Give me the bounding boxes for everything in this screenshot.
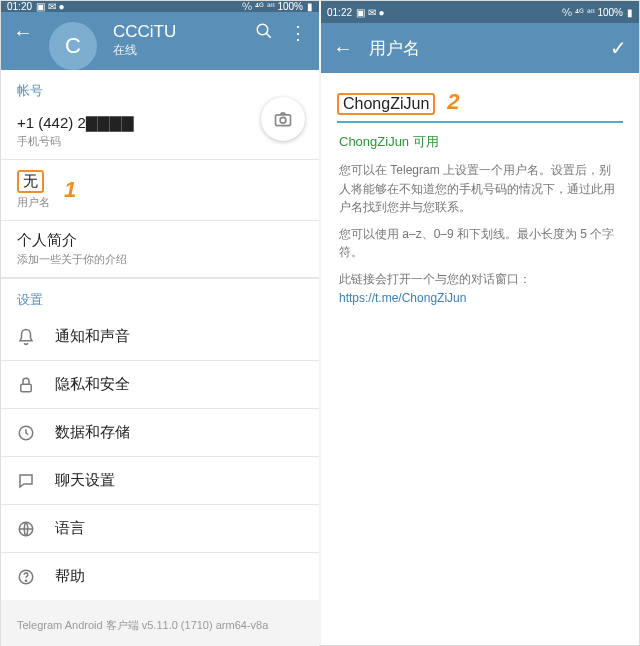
page-title: 用户名 [369, 37, 420, 60]
battery-icon: ▮ [627, 7, 633, 18]
row-bio[interactable]: 个人简介 添加一些关于你的介绍 [1, 221, 319, 277]
search-icon[interactable] [255, 22, 273, 40]
item-notifications[interactable]: 通知和声音 [1, 313, 319, 361]
lock-icon [17, 376, 37, 394]
back-icon[interactable]: ← [333, 38, 353, 58]
version-footer: Telegram Android 客户端 v5.11.0 (1710) arm6… [1, 600, 319, 646]
screen-settings: 01:20▣ ✉ ● ⁰⁄₀ ⁴ᴳ ᵃˡˡ 100%▮ ← C CCCiTU 在… [1, 1, 319, 645]
more-icon[interactable]: ⋮ [289, 22, 307, 44]
row-username[interactable]: 无 用户名 1 [1, 160, 319, 221]
status-icons-right: ⁰⁄₀ ⁴ᴳ ᵃˡˡ 100% [562, 7, 623, 18]
confirm-icon[interactable]: ✓ [610, 36, 627, 60]
item-data[interactable]: 数据和存储 [1, 409, 319, 457]
avatar[interactable]: C [49, 22, 97, 70]
status-bar: 01:20▣ ✉ ● ⁰⁄₀ ⁴ᴳ ᵃˡˡ 100%▮ [1, 1, 319, 12]
svg-rect-4 [21, 384, 32, 392]
camera-button[interactable] [261, 97, 305, 141]
profile-status: 在线 [113, 42, 176, 59]
screen-username: 01:22▣ ✉ ● ⁰⁄₀ ⁴ᴳ ᵃˡˡ 100%▮ ← 用户名 ✓ Chon… [319, 1, 639, 645]
bio-value: 个人简介 [17, 231, 303, 250]
svg-rect-2 [276, 115, 291, 126]
link-intro: 此链接会打开一个与您的对话窗口： [339, 272, 531, 286]
globe-icon [17, 520, 37, 538]
item-label: 帮助 [55, 567, 85, 586]
bell-icon [17, 328, 37, 346]
phone-label: 手机号码 [17, 134, 303, 149]
svg-point-8 [25, 580, 26, 581]
username-header: ← 用户名 ✓ [321, 23, 639, 73]
item-language[interactable]: 语言 [1, 505, 319, 553]
annotation-2: 2 [447, 89, 459, 115]
clock-icon [17, 424, 37, 442]
profile-header: ← C CCCiTU 在线 ⋮ [1, 12, 319, 70]
svg-point-3 [280, 117, 286, 123]
profile-name: CCCiTU [113, 22, 176, 42]
annotation-1: 1 [64, 177, 76, 203]
svg-point-0 [257, 24, 268, 35]
username-value: 无 [17, 170, 44, 193]
svg-line-1 [266, 33, 271, 38]
back-icon[interactable]: ← [13, 22, 33, 42]
help-text-2: 您可以使用 a–z、0–9 和下划线。最小长度为 5 个字符。 [321, 221, 639, 266]
status-time: 01:20 [7, 1, 32, 12]
item-help[interactable]: 帮助 [1, 553, 319, 600]
help-text-1: 您可以在 Telegram 上设置一个用户名。设置后，别人将能够在不知道您的手机… [321, 157, 639, 221]
status-icons-left: ▣ ✉ ● [36, 1, 65, 12]
username-available: ChongZiJun 可用 [321, 125, 639, 157]
avatar-letter: C [65, 33, 81, 59]
item-chat[interactable]: 聊天设置 [1, 457, 319, 505]
help-icon [17, 568, 37, 586]
status-time: 01:22 [327, 7, 352, 18]
username-link[interactable]: https://t.me/ChongZiJun [339, 291, 466, 305]
item-label: 通知和声音 [55, 327, 130, 346]
item-label: 聊天设置 [55, 471, 115, 490]
chat-icon [17, 472, 37, 490]
section-settings-label: 设置 [1, 279, 319, 313]
battery-icon: ▮ [307, 1, 313, 12]
bio-label: 添加一些关于你的介绍 [17, 252, 303, 267]
help-text-3: 此链接会打开一个与您的对话窗口： https://t.me/ChongZiJun [321, 266, 639, 311]
status-icons-left: ▣ ✉ ● [356, 7, 385, 18]
item-label: 语言 [55, 519, 85, 538]
username-input-row[interactable]: ChongZiJun 2 [337, 89, 623, 123]
item-privacy[interactable]: 隐私和安全 [1, 361, 319, 409]
username-input[interactable]: ChongZiJun [337, 93, 435, 115]
item-label: 数据和存储 [55, 423, 130, 442]
status-icons-right: ⁰⁄₀ ⁴ᴳ ᵃˡˡ 100% [242, 1, 303, 12]
item-label: 隐私和安全 [55, 375, 130, 394]
status-bar: 01:22▣ ✉ ● ⁰⁄₀ ⁴ᴳ ᵃˡˡ 100%▮ [321, 1, 639, 23]
username-label: 用户名 [17, 195, 50, 210]
